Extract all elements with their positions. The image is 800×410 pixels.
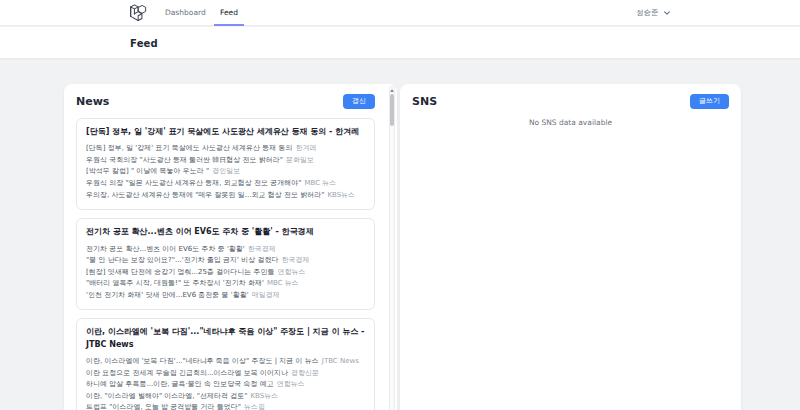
news-item-source: KBS뉴스 <box>327 191 355 199</box>
sns-panel-title: SNS <box>412 95 437 108</box>
nav-link-dashboard[interactable]: Dashboard <box>165 0 206 26</box>
news-item-link[interactable]: 이란 요청으로 전세계 무슬림 긴급회의...이스라엘 보복 이어지나경향신문 <box>86 368 365 380</box>
news-item-text: [현장] 엿새째 단전에 승강기 멈춰...25층 걸어다니는 주민들 <box>86 268 274 276</box>
news-item-text: '인천 전기차 화재' 닷새 만에...EV6 충전중 불 '활활' <box>86 291 249 299</box>
news-item-link[interactable]: 이란, 이스라엘에 '보복 다짐'..."네타냐후 죽음 이상" 주장도 | 지… <box>86 356 365 368</box>
news-panel: News 갱신 [단독] 정부, 일 '강제' 표기 묵살에도 사도광산 세계유… <box>64 84 397 410</box>
news-item-source: 경인일보 <box>212 167 240 175</box>
news-card-title[interactable]: 전기차 공포 확산...벤츠 이어 EV6도 주차 중 '활활' - 한국경제 <box>86 226 365 238</box>
news-item-link[interactable]: "배터리 열폭주 시작, 대원들!" 또 주차장서 '전기차 화재'MBC 뉴스 <box>86 278 365 290</box>
page-header: Feed <box>0 27 800 58</box>
news-item-text: 우원식 의장 "일본 사도광산 세계유산 등재, 외교협상 전모 공개해야" <box>86 179 301 187</box>
news-item-source: KBS뉴스 <box>250 392 278 400</box>
news-item-link[interactable]: 이란, "이스라엘 벌해야" 이스라엘, "선제타격 검토"KBS뉴스 <box>86 391 365 403</box>
sns-panel: SNS 글쓰기 No SNS data available <box>400 84 741 410</box>
sns-write-button[interactable]: 글쓰기 <box>690 94 729 109</box>
news-item-source: 경향신문 <box>291 369 319 377</box>
news-panel-title: News <box>76 95 109 108</box>
news-item-link[interactable]: [현장] 엿새째 단전에 승강기 멈춰...25층 걸어다니는 주민들연합뉴스 <box>86 267 365 279</box>
news-item-link[interactable]: 우원식 의장 "일본 사도광산 세계유산 등재, 외교협상 전모 공개해야"MB… <box>86 178 365 190</box>
chevron-down-icon <box>663 9 671 17</box>
news-item-source: JTBC News <box>322 357 359 365</box>
news-scrollbar-thumb[interactable] <box>390 94 394 126</box>
news-item-source: 연합뉴스 <box>277 380 305 388</box>
news-item-text: 하니예 암살 후폭풍...이란, 굴욕·불안 속 안보당국 숙청 예고 <box>86 380 274 388</box>
news-refresh-button[interactable]: 갱신 <box>343 94 375 109</box>
news-card-items: 전기차 공포 확산...벤츠 이어 EV6도 주차 중 '활활'한국경제"불 안… <box>86 244 365 302</box>
news-card-title[interactable]: 이란, 이스라엘에 '보복 다짐'..."네타냐후 죽음 이상" 주장도 | 지… <box>86 326 365 351</box>
news-item-text: 우원식 국회의장 "사도광산 등재 둘러싼 韓日협상 전모 밝혀라" <box>86 156 283 164</box>
news-item-text: "배터리 열폭주 시작, 대원들!" 또 주차장서 '전기차 화재' <box>86 279 264 287</box>
news-card: 전기차 공포 확산...벤츠 이어 EV6도 주차 중 '활활' - 한국경제 … <box>76 218 375 310</box>
news-item-link[interactable]: "불 안 난다는 보장 있어요?"...'전기차 출입 금지' 비상 걸렸다한국… <box>86 255 365 267</box>
news-card-list: [단독] 정부, 일 '강제' 표기 묵살에도 사도광산 세계유산 등재 동의 … <box>76 118 385 410</box>
news-item-text: 트럼프 "이스라엘, 오늘 밤 공격받을 거라 들었다" <box>86 403 241 410</box>
news-panel-header: News 갱신 <box>76 92 385 110</box>
user-name: 정승준 <box>636 8 659 18</box>
news-item-link[interactable]: 트럼프 "이스라엘, 오늘 밤 공격받을 거라 들었다"뉴스핌 <box>86 402 365 410</box>
user-dropdown-button[interactable]: 정승준 <box>636 0 671 26</box>
laravel-logo-icon[interactable] <box>130 4 147 22</box>
news-item-source: 한겨레 <box>296 144 317 152</box>
news-item-source: 문화일보 <box>286 156 314 164</box>
app-root: { "navbar": { "links": [ { "label": "Das… <box>0 0 800 410</box>
news-card: 이란, 이스라엘에 '보복 다짐'..."네타냐후 죽음 이상" 주장도 | 지… <box>76 318 375 410</box>
scroll-up-arrow-icon[interactable] <box>390 89 394 92</box>
news-item-source: MBC 뉴스 <box>304 179 336 187</box>
nav-link-feed[interactable]: Feed <box>214 0 244 26</box>
news-item-text: [박석무 칼럼] " 이날에 목놓아 우노라 " <box>86 167 209 175</box>
news-item-source: 뉴스핌 <box>244 403 265 410</box>
news-item-link[interactable]: '인천 전기차 화재' 닷새 만에...EV6 충전중 불 '활활'매일경제 <box>86 290 365 302</box>
news-item-text: 이란, "이스라엘 벌해야" 이스라엘, "선제타격 검토" <box>86 392 247 400</box>
news-item-source: 연합뉴스 <box>277 268 305 276</box>
news-scrollbar[interactable] <box>389 86 395 410</box>
news-card-items: [단독] 정부, 일 '강제' 표기 묵살에도 사도광산 세계유산 등재 동의한… <box>86 143 365 201</box>
news-item-text: 우의장, 사도광산 세계유산 등재에 "매우 잘못된 일...외교 협상 전모 … <box>86 191 324 199</box>
news-item-link[interactable]: 우원식 국회의장 "사도광산 등재 둘러싼 韓日협상 전모 밝혀라"문화일보 <box>86 155 365 167</box>
page-title: Feed <box>130 37 158 48</box>
news-card-items: 이란, 이스라엘에 '보복 다짐'..."네타냐후 죽음 이상" 주장도 | 지… <box>86 356 365 410</box>
news-item-link[interactable]: 하니예 암살 후폭풍...이란, 굴욕·불안 속 안보당국 숙청 예고연합뉴스 <box>86 379 365 391</box>
news-card: [단독] 정부, 일 '강제' 표기 묵살에도 사도광산 세계유산 등재 동의 … <box>76 118 375 210</box>
news-item-source: 한국경제 <box>248 245 276 253</box>
news-item-link[interactable]: [단독] 정부, 일 '강제' 표기 묵살에도 사도광산 세계유산 등재 동의한… <box>86 143 365 155</box>
top-navbar: Dashboard Feed 정승준 <box>0 0 800 26</box>
news-item-text: "불 안 난다는 보장 있어요?"...'전기차 출입 금지' 비상 걸렸다 <box>86 256 278 264</box>
news-item-link[interactable]: [박석무 칼럼] " 이날에 목놓아 우노라 "경인일보 <box>86 166 365 178</box>
news-item-text: 이란 요청으로 전세계 무슬림 긴급회의...이스라엘 보복 이어지나 <box>86 369 288 377</box>
news-card-title[interactable]: [단독] 정부, 일 '강제' 표기 묵살에도 사도광산 세계유산 등재 동의 … <box>86 126 365 138</box>
news-item-source: 매일경제 <box>252 291 280 299</box>
news-item-link[interactable]: 우의장, 사도광산 세계유산 등재에 "매우 잘못된 일...외교 협상 전모 … <box>86 190 365 202</box>
sns-panel-header: SNS 글쓰기 <box>412 92 729 110</box>
news-item-text: 이란, 이스라엘에 '보복 다짐'..."네타냐후 죽음 이상" 주장도 | 지… <box>86 357 319 365</box>
news-item-text: 전기차 공포 확산...벤츠 이어 EV6도 주차 중 '활활' <box>86 245 245 253</box>
news-item-text: [단독] 정부, 일 '강제' 표기 묵살에도 사도광산 세계유산 등재 동의 <box>86 144 293 152</box>
news-item-source: 한국경제 <box>281 256 309 264</box>
news-item-source: MBC 뉴스 <box>267 279 299 287</box>
news-item-link[interactable]: 전기차 공포 확산...벤츠 이어 EV6도 주차 중 '활활'한국경제 <box>86 244 365 256</box>
sns-empty-message: No SNS data available <box>412 118 729 127</box>
